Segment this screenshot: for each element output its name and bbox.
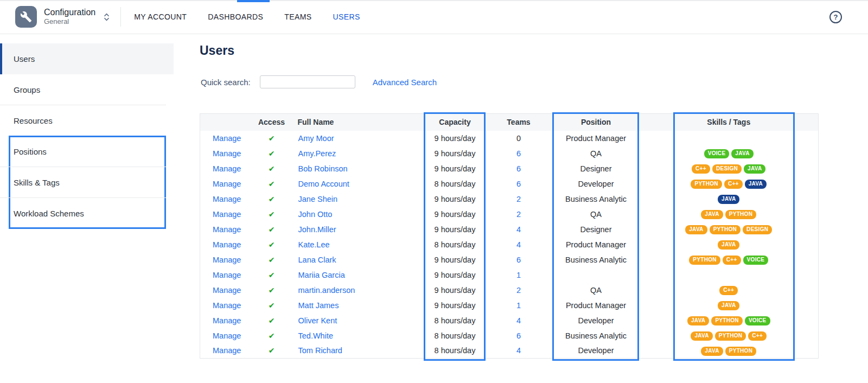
top-accent-bar: [237, 0, 270, 2]
full-name-link[interactable]: Lana Clark: [298, 256, 336, 264]
full-name-link[interactable]: John Otto: [298, 210, 333, 219]
advanced-search-link[interactable]: Advanced Search: [373, 78, 437, 87]
full-name-link[interactable]: Kate.Lee: [298, 240, 330, 249]
sidebar-item-skills-tags[interactable]: Skills & Tags: [0, 167, 174, 198]
skill-tag: C++: [719, 286, 738, 295]
chevron-up-down-icon[interactable]: [104, 13, 110, 21]
full-name-link[interactable]: Amy.Perez: [298, 149, 336, 158]
access-check-icon: ✔: [269, 240, 275, 249]
skill-tag: JAVA: [687, 316, 709, 325]
teams-count-link[interactable]: 4: [516, 240, 521, 249]
full-name-link[interactable]: Jane Shein: [298, 195, 338, 203]
skill-tag: VOICE: [704, 149, 730, 158]
top-edge-line: [0, 0, 868, 1]
teams-count-link[interactable]: 4: [516, 316, 521, 325]
teams-count-link[interactable]: 6: [516, 331, 521, 340]
position-cell: Product Manager: [553, 131, 640, 146]
position-cell: Developer: [553, 313, 640, 328]
full-name-link[interactable]: John.Miller: [298, 225, 336, 234]
sidebar-item-resources[interactable]: Resources: [0, 105, 174, 136]
table-row: Manage✔Tom Richard8 hours/day4DeveloperJ…: [200, 343, 819, 359]
position-cell: Business Analytic: [553, 192, 640, 207]
skills-cell: C++: [640, 283, 819, 298]
teams-count-link[interactable]: 1: [516, 271, 521, 279]
manage-link[interactable]: Manage: [213, 134, 241, 143]
full-name-link[interactable]: Amy Moor: [298, 134, 334, 143]
capacity-cell: 9 hours/day: [425, 146, 485, 161]
teams-count-link[interactable]: 4: [516, 225, 521, 234]
full-name-link[interactable]: martin.anderson: [298, 286, 355, 295]
teams-count-link[interactable]: 1: [516, 301, 521, 310]
help-icon[interactable]: ?: [829, 11, 842, 23]
teams-count-link[interactable]: 2: [516, 286, 521, 295]
full-name-link[interactable]: Matt James: [298, 301, 339, 310]
access-check-icon: ✔: [269, 256, 275, 264]
table-row: Manage✔Demo Account8 hours/day6Developer…: [200, 176, 819, 192]
access-check-icon: ✔: [269, 286, 275, 295]
quick-search-input[interactable]: [260, 75, 355, 88]
teams-count-link[interactable]: 2: [516, 210, 521, 219]
col-header-position: Position: [553, 114, 640, 131]
full-name-link[interactable]: Bob Robinson: [298, 164, 348, 173]
table-row: Manage✔Ted.White8 hours/day6Business Ana…: [200, 328, 819, 343]
manage-link[interactable]: Manage: [213, 331, 241, 340]
teams-count-link[interactable]: 6: [516, 180, 521, 188]
manage-link[interactable]: Manage: [213, 180, 241, 188]
sidebar-item-positions[interactable]: Positions: [0, 136, 174, 167]
position-cell: Business Analytic: [553, 328, 640, 343]
nav-item-my-account[interactable]: MY ACCOUNT: [134, 7, 187, 27]
full-name-link[interactable]: Demo Account: [298, 180, 349, 188]
table-row: Manage✔Kate.Lee8 hours/day4Product Manag…: [200, 237, 819, 252]
manage-link[interactable]: Manage: [213, 286, 241, 295]
teams-count-link[interactable]: 4: [516, 346, 521, 355]
quick-search-row: Quick search: Advanced Search: [201, 75, 437, 88]
teams-count-link[interactable]: 6: [516, 149, 521, 158]
full-name-link[interactable]: Tom Richard: [298, 346, 342, 355]
teams-count-link[interactable]: 6: [516, 164, 521, 173]
sidebar-item-groups[interactable]: Groups: [0, 74, 174, 105]
manage-link[interactable]: Manage: [213, 164, 241, 173]
manage-link[interactable]: Manage: [213, 271, 241, 279]
skills-cell: PYTHONC++VOICE: [640, 252, 819, 267]
skill-tag: VOICE: [745, 316, 770, 325]
access-check-icon: ✔: [269, 346, 275, 355]
manage-link[interactable]: Manage: [213, 301, 241, 310]
full-name-link[interactable]: Ted.White: [298, 331, 333, 340]
capacity-cell: 8 hours/day: [425, 237, 485, 252]
table-row: Manage✔John Otto9 hours/day2QAJAVAPYTHON: [200, 207, 819, 222]
nav-item-teams[interactable]: TEAMS: [284, 7, 311, 27]
manage-link[interactable]: Manage: [213, 256, 241, 264]
nav-item-dashboards[interactable]: DASHBOARDS: [208, 7, 263, 27]
capacity-cell: 9 hours/day: [425, 267, 485, 283]
manage-link[interactable]: Manage: [213, 149, 241, 158]
capacity-cell: 9 hours/day: [425, 298, 485, 313]
access-check-icon: ✔: [269, 331, 275, 340]
position-cell: QA: [553, 283, 640, 298]
manage-link[interactable]: Manage: [213, 210, 241, 219]
skill-tag: JAVA: [718, 240, 739, 250]
manage-link[interactable]: Manage: [213, 316, 241, 325]
teams-count-link[interactable]: 2: [516, 195, 521, 203]
nav-item-users[interactable]: USERS: [333, 7, 360, 27]
manage-link[interactable]: Manage: [213, 195, 241, 203]
full-name-link[interactable]: Mariia Garcia: [298, 271, 345, 279]
capacity-cell: 8 hours/day: [425, 343, 485, 359]
manage-link[interactable]: Manage: [213, 240, 241, 249]
app-subtitle: General: [44, 18, 95, 26]
full-name-link[interactable]: Oliver Kent: [298, 316, 337, 325]
teams-count-link[interactable]: 6: [516, 256, 521, 264]
app-selector[interactable]: Configuration General: [15, 6, 110, 28]
skill-tag: JAVA: [718, 195, 739, 204]
capacity-cell: 9 hours/day: [425, 192, 485, 207]
manage-link[interactable]: Manage: [213, 225, 241, 234]
skill-tag: JAVA: [701, 347, 723, 356]
access-check-icon: ✔: [269, 149, 275, 158]
sidebar-item-users[interactable]: Users: [0, 43, 174, 74]
skills-cell: JAVAPYTHONC++: [640, 328, 819, 343]
col-header-capacity: Capacity: [425, 114, 485, 131]
capacity-cell: 9 hours/day: [425, 252, 485, 267]
sidebar-item-workload-schemes[interactable]: Workload Schemes: [0, 198, 174, 229]
manage-link[interactable]: Manage: [213, 346, 241, 355]
table-row: Manage✔Bob Robinson9 hours/day6DesignerC…: [200, 161, 819, 176]
access-check-icon: ✔: [269, 301, 275, 310]
